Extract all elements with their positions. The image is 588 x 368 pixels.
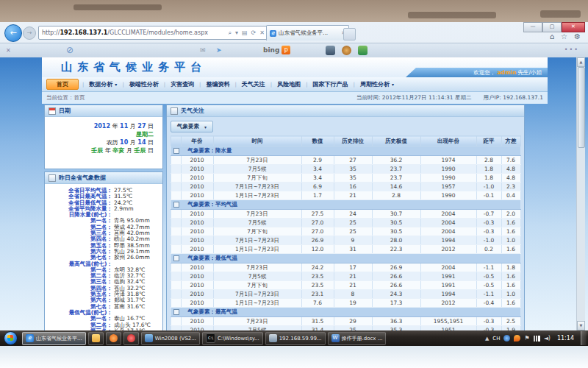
address-bar[interactable]: http://192.168.137.1/GLCCLIMATE/modules/… xyxy=(38,26,268,40)
search-icon[interactable]: ⌕ xyxy=(229,29,232,37)
element-filter-button[interactable]: 气象要素 ▾ xyxy=(171,121,213,132)
tools-gear-icon[interactable]: ⚙ xyxy=(574,32,581,40)
scroll-up-arrow-icon[interactable]: ▲ xyxy=(577,57,585,67)
table-row[interactable]: 20107月1日~7月23日26.9928.01994-1.01.0 xyxy=(171,236,520,245)
bing-toolbar[interactable]: bing p xyxy=(263,46,290,54)
toolbar-close-icon[interactable]: ✕ xyxy=(6,47,11,54)
table-group-header-row[interactable]: 气象要素：降水量 xyxy=(171,146,520,156)
table-cell: -1.1 xyxy=(476,263,501,272)
taskbar-button-cmd[interactable]: C:\C:\Windows\sy... xyxy=(202,332,263,345)
browser-tab[interactable]: e 山东省气候业务平... ✕ xyxy=(266,25,349,40)
table-group-header-row[interactable]: 气象要素：平均气温 xyxy=(171,200,520,210)
taskbar-button-word[interactable]: W操作手册.docx ... xyxy=(328,332,387,345)
table-row[interactable]: 20107月23日27.52430.72004-0.72.0 xyxy=(171,210,520,219)
weather-panel-title: 昨日全省气象数据 xyxy=(59,174,106,182)
table-row[interactable]: 20107月5候3.43523.719901.84.8 xyxy=(171,165,520,174)
send-plane-icon[interactable]: ➤ xyxy=(216,46,222,54)
calendar-panel-title: 日期 xyxy=(59,107,71,115)
speaker-icon[interactable]: ◄) xyxy=(544,335,551,342)
taskbar-button-rdp[interactable]: 192.168.59.99... xyxy=(265,332,326,345)
table-row[interactable]: 20101月1日~7月23日1.7212.81990-0.10.4 xyxy=(171,191,520,200)
forward-button-icon[interactable]: → xyxy=(23,26,36,40)
table-cell: 25 xyxy=(334,227,372,236)
table-row[interactable]: 20107月23日31.52936.31955,1951-0.32.5 xyxy=(171,317,520,326)
table-cell: 16 xyxy=(334,183,372,191)
table-row[interactable]: 20107月23日2.92736.219742.87.6 xyxy=(171,156,520,165)
menu-item-8[interactable]: 国家下行产品 xyxy=(308,79,354,89)
collapse-box-icon[interactable] xyxy=(173,202,179,208)
menu-item-3[interactable]: 极端性分析 xyxy=(124,79,164,89)
table-row[interactable]: 20101月1日~7月23日12.03122.320120.21.6 xyxy=(171,245,520,254)
table-cell: 6.9 xyxy=(301,183,334,191)
search-dropdown-icon[interactable]: ▾ xyxy=(235,29,238,36)
scrollbar-thumb[interactable] xyxy=(578,67,585,148)
taskbar-button-red[interactable] xyxy=(123,332,139,345)
menu-item-4[interactable]: 灾害查询 xyxy=(165,79,199,89)
taskbar-button-orange[interactable] xyxy=(106,332,121,345)
minimize-button-icon[interactable]: — xyxy=(523,22,542,32)
window-controls: — ▢ ✕ xyxy=(523,22,585,32)
table-group-header-row[interactable]: 气象要素：最高气温 xyxy=(171,308,520,317)
menu-item-6[interactable]: 天气关注 xyxy=(237,79,270,89)
maximize-button-icon[interactable]: ▢ xyxy=(542,22,562,32)
tray-expand-icon[interactable]: ▲ xyxy=(485,336,489,342)
table-row[interactable]: 20107月下旬27.02530.52004-0.31.6 xyxy=(171,227,520,236)
table-row[interactable]: 20107月5候27.02530.52004-0.31.6 xyxy=(171,219,520,227)
table-cell: 1.6 xyxy=(501,272,520,281)
bing-search-icon[interactable]: p xyxy=(282,46,290,54)
table-cell: 2010 xyxy=(181,299,213,308)
table-group-header-row[interactable]: 气象要素：最低气温 xyxy=(171,254,520,263)
taskbar-button-folder[interactable] xyxy=(88,332,104,345)
mail-icon[interactable]: ✉ xyxy=(200,46,206,54)
flame-tray-icon[interactable] xyxy=(514,335,520,342)
table-row[interactable]: 20107月5候23.52126.61991-0.51.6 xyxy=(171,272,520,281)
table-cell: 7月下旬 xyxy=(213,174,301,183)
table-row[interactable]: 20101月1日~7月23日7.61917.32012-0.41.6 xyxy=(171,299,520,308)
table-cell: 1月1日~7月23日 xyxy=(213,245,301,254)
back-button-icon[interactable]: ← xyxy=(4,24,22,42)
menu-item-1[interactable]: 首页 xyxy=(46,79,79,90)
people-plugin-icon[interactable] xyxy=(358,46,368,55)
table-row[interactable]: 20107月1日~7月23日6.91614.61957-1.02.3 xyxy=(171,183,520,191)
refresh-icon[interactable]: ⟳ xyxy=(251,29,257,36)
page-scrollbar[interactable]: ▲ ▼ xyxy=(576,57,585,330)
collapse-box-icon[interactable] xyxy=(173,255,179,261)
close-button-icon[interactable]: ✕ xyxy=(562,22,585,32)
paw-plugin-icon[interactable] xyxy=(342,46,351,55)
table-row[interactable]: 20107月下旬23.52126.61991-0.51.6 xyxy=(171,281,520,290)
menu-item-5[interactable]: 整编资料 xyxy=(201,79,234,89)
show-desktop-button[interactable] xyxy=(581,331,587,345)
table-cell: 0.2 xyxy=(476,245,501,254)
table-cell: 4.8 xyxy=(501,174,520,183)
table-cell: 1.8 xyxy=(476,165,501,174)
folder-taskbar-icon xyxy=(92,334,100,342)
menu-item-7[interactable]: 风险地图 xyxy=(272,79,306,89)
camera-plugin-icon[interactable] xyxy=(326,46,335,55)
compatibility-view-icon[interactable]: ▤ xyxy=(242,29,248,36)
more-options-dots-icon[interactable]: ••• xyxy=(564,46,579,53)
collapse-box-icon[interactable] xyxy=(173,309,179,315)
favorites-star-icon[interactable]: ☆ xyxy=(561,32,567,40)
calendar-text: 壬辰 xyxy=(134,147,146,154)
scroll-down-arrow-icon[interactable]: ▼ xyxy=(577,321,585,330)
table-row[interactable]: 20107月23日24.21726.92004-1.11.8 xyxy=(171,263,520,272)
calendar-text: 11 xyxy=(120,123,128,130)
bing-logo: bing xyxy=(263,46,279,54)
menu-item-9[interactable]: 周期性分析▾ xyxy=(355,79,399,89)
tray-app-icon[interactable] xyxy=(503,335,510,342)
taskbar-button-vm[interactable]: Win2008 (VS2... xyxy=(141,332,200,345)
taskbar-button-ie[interactable]: e山东省气候业务平... xyxy=(22,332,86,345)
action-center-flag-icon[interactable]: ⚑ xyxy=(524,335,529,342)
start-orb-icon[interactable] xyxy=(4,331,18,345)
table-row[interactable]: 20107月下旬3.43523.719901.84.8 xyxy=(171,174,520,183)
toolbar-stop-icon[interactable]: ⊘ xyxy=(66,45,74,55)
home-icon[interactable]: ⌂ xyxy=(550,32,554,40)
language-indicator[interactable]: CH xyxy=(492,336,500,342)
menu-item-2[interactable]: 数据分析▾ xyxy=(84,79,122,89)
table-row[interactable]: 20107月1日~7月23日23.1824.31994-1.11.0 xyxy=(171,290,520,299)
new-tab-button[interactable] xyxy=(343,28,356,40)
network-icon[interactable] xyxy=(534,336,540,342)
stop-icon[interactable]: ✕ xyxy=(259,29,265,36)
collapse-box-icon[interactable] xyxy=(173,148,179,154)
taskbar-clock[interactable]: 11:14 xyxy=(557,335,574,342)
